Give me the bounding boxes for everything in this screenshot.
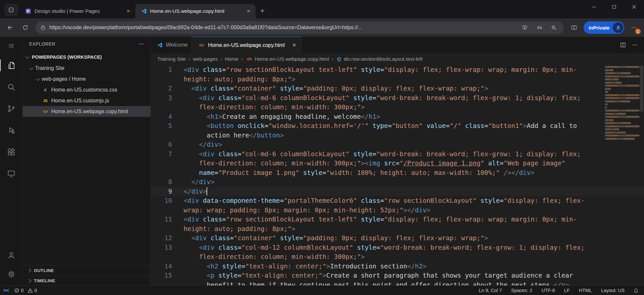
close-tab-icon[interactable]: × [245, 8, 252, 15]
split-editor-icon[interactable] [620, 42, 626, 48]
tree-item[interactable]: #Home.en-US.customcss.css [23, 84, 150, 95]
maximize-button[interactable] [604, 0, 624, 14]
activitybar-source-control[interactable] [0, 98, 22, 119]
editor-scrollbar[interactable] [639, 65, 644, 285]
code-line[interactable]: 13<div class="col-md-12 columnBlockLayou… [151, 243, 644, 262]
browser-tab[interactable]: Design studio | Power Pages× [20, 4, 135, 18]
line-number: 6 [151, 140, 184, 150]
activitybar-accounts[interactable] [0, 245, 22, 264]
code-line[interactable]: 14<h2 style="text-align: center;">Introd… [151, 262, 644, 271]
outline-section-header[interactable]: OUTLINE [23, 265, 150, 275]
code-line[interactable]: 11<div class="row sectionBlockLayout tex… [151, 215, 644, 234]
scrollbar-slider[interactable] [640, 66, 643, 112]
address-bar[interactable]: https://vscode.dev/powerplatform/portal/… [35, 21, 564, 34]
breadcrumb-item[interactable]: <>Home.en-US.webpage.copy.html [246, 56, 329, 62]
activitybar-explorer[interactable] [0, 54, 22, 76]
code-text: <button onclick="window.location.href='/… [184, 121, 588, 140]
close-window-button[interactable] [624, 0, 644, 14]
add-favorite-icon[interactable] [548, 22, 559, 33]
activity-bar-bottom [0, 245, 22, 285]
code-line[interactable]: 2<div class="container" style="padding: … [151, 84, 644, 94]
tab-actions-button[interactable] [5, 4, 18, 15]
vscode-icon [157, 42, 163, 48]
minimap[interactable] [605, 66, 639, 141]
code-line[interactable]: 12<div class="container" style="padding:… [151, 234, 644, 243]
breadcrumb-label: Home [225, 56, 238, 62]
workspace-section-header[interactable]: POWERPAGES (WORKSPACE) [23, 51, 150, 63]
activitybar-manage[interactable] [0, 264, 22, 284]
error-icon [14, 288, 19, 293]
refresh-icon [22, 24, 29, 31]
problems-status[interactable]: 0 0 [14, 288, 39, 293]
status-item[interactable]: LF [564, 288, 570, 293]
notification-badge: 1 [635, 29, 641, 34]
explorer-more-icon[interactable] [138, 41, 144, 47]
js-file-icon: JS [42, 99, 49, 103]
tree-item[interactable]: JSHome.en-US.customjs.js [23, 95, 150, 106]
status-item[interactable]: HTML [579, 288, 592, 293]
browser-tab[interactable]: Home.en-US.webpage.copy.html× [135, 4, 255, 18]
minimize-button[interactable] [584, 0, 604, 14]
split-screen-button[interactable] [567, 21, 581, 34]
error-count: 0 [21, 288, 24, 293]
breadcrumb-item[interactable]: div.row.sectionBlockLayout.text-left [336, 56, 423, 62]
code-line[interactable]: 7<div class="col-md-6 columnBlockLayout"… [151, 150, 644, 178]
status-item[interactable]: Spaces: 2 [511, 288, 532, 293]
source-control-icon [7, 104, 16, 113]
status-item[interactable]: Layout: US [601, 288, 625, 293]
status-item[interactable]: UTF-8 [542, 288, 555, 293]
code-editor[interactable]: 1<div class="row sectionBlockLayout text… [151, 65, 644, 285]
code-line[interactable]: 8</div> [151, 178, 644, 187]
line-number: 12 [151, 234, 184, 243]
install-app-icon[interactable] [519, 22, 530, 33]
close-editor-icon[interactable]: × [291, 41, 298, 49]
activitybar-menu[interactable] [0, 37, 22, 54]
code-text: </div> [184, 178, 588, 187]
editor-tab[interactable]: Welcome [151, 37, 192, 53]
code-line[interactable]: 3<div class="col-md-6 columnBlockLayout"… [151, 94, 644, 112]
code-area: 1<div class="row sectionBlockLayout text… [151, 65, 644, 285]
inprivate-profile-button[interactable]: InPrivate [584, 21, 624, 34]
refresh-button[interactable] [18, 21, 32, 34]
browser-tab-strip: Design studio | Power Pages×Home.en-US.w… [0, 0, 644, 18]
editor-tab[interactable]: <>Home.en-US.webpage.copy.html× [192, 37, 301, 53]
minimap-line [605, 125, 639, 127]
remote-indicator[interactable]: >< [3, 287, 9, 293]
activitybar-search[interactable] [0, 76, 22, 98]
code-line[interactable]: 1<div class="row sectionBlockLayout text… [151, 65, 644, 84]
read-aloud-icon[interactable] [534, 22, 545, 33]
activitybar-remote-explorer[interactable] [0, 163, 22, 184]
url-text[interactable]: https://vscode.dev/powerplatform/portal/… [49, 25, 516, 31]
code-text: <div class="row sectionBlockLayout text-… [184, 65, 588, 84]
tree-item[interactable]: web-pages / Home [23, 74, 150, 84]
tree-item[interactable]: <>Home.en-US.webpage.copy.html [23, 106, 150, 117]
code-line[interactable]: 9</div> [151, 187, 644, 197]
activitybar-extensions[interactable] [0, 141, 22, 163]
code-text: <div class="col-md-12 columnBlockLayout"… [184, 243, 588, 262]
code-line[interactable]: 10<div data-component-theme="portalTheme… [151, 196, 644, 215]
browser-settings-button[interactable]: 1 [627, 21, 641, 34]
code-line[interactable]: 4<h1>Create an engaging headline, welcom… [151, 112, 644, 122]
status-item[interactable]: Ln 9, Col 7 [479, 288, 502, 293]
code-line[interactable]: 5<button onclick="window.location.href='… [151, 121, 644, 140]
status-bar-right: Ln 9, Col 7Spaces: 2UTF-8LFHTMLLayout: U… [479, 288, 625, 293]
breadcrumb-item[interactable]: web-pages [193, 56, 218, 62]
close-tab-icon[interactable]: × [124, 8, 132, 15]
code-line[interactable]: 15<p style="text-align: center;">Create … [151, 271, 644, 285]
code-line[interactable]: 6</div> [151, 140, 644, 150]
minimize-icon [591, 4, 597, 10]
line-number: 7 [151, 150, 184, 178]
notifications-bell-icon[interactable] [633, 288, 639, 293]
new-tab-button[interactable] [255, 4, 269, 17]
breadcrumb-item[interactable]: Home [225, 56, 238, 62]
minimap-line [605, 132, 626, 134]
tree-item-label: Home.en-US.customjs.js [51, 98, 109, 104]
activitybar-run-and-debug[interactable] [0, 119, 22, 141]
minimap-line [605, 119, 613, 121]
tree-item[interactable]: Training Site [23, 63, 150, 74]
breadcrumb-item[interactable]: Training Site [157, 56, 186, 62]
back-button[interactable] [3, 21, 17, 34]
minimap-line [605, 110, 639, 112]
editor-more-icon[interactable] [632, 42, 638, 48]
timeline-section-header[interactable]: TIMELINE [23, 275, 150, 285]
